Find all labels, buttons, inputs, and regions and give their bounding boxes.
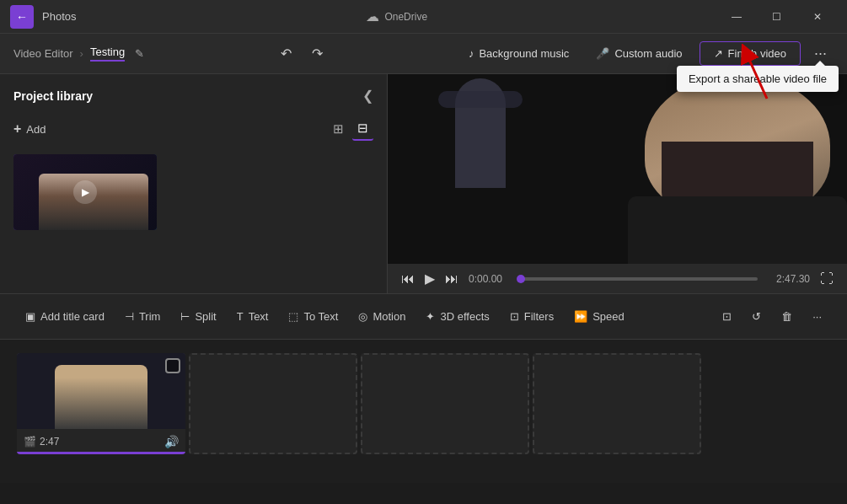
progress-handle[interactable]: [517, 275, 525, 283]
text-label: Text: [249, 310, 269, 323]
breadcrumb-parent[interactable]: Video Editor: [13, 47, 73, 60]
main-content: Project library ❮ + Add ⊞ ⊟ ▶: [0, 74, 847, 293]
trim-button[interactable]: ⊣ Trim: [116, 305, 169, 328]
skip-forward-button[interactable]: ⏭: [445, 271, 458, 287]
split-button[interactable]: ⊢ Split: [172, 305, 224, 328]
undo-redo-controls: ↶ ↷: [274, 42, 330, 65]
timeline-clip-empty-2[interactable]: [361, 353, 529, 454]
custom-audio-label: Custom audio: [614, 47, 682, 60]
speed-icon: ⏩: [574, 310, 587, 323]
split-label: Split: [195, 310, 216, 323]
speed-button[interactable]: ⏩ Speed: [566, 305, 633, 328]
to-text-label: To Text: [303, 310, 338, 323]
add-label: Add: [26, 123, 46, 136]
onedrive-label: OneDrive: [384, 11, 427, 23]
film-icon: 🎬: [24, 436, 36, 448]
media-thumbnail[interactable]: ▶: [13, 154, 157, 230]
trash-icon: 🗑: [781, 310, 792, 323]
preview-content: [388, 74, 847, 264]
filters-button[interactable]: ⊡ Filters: [501, 305, 562, 328]
audio-icon: 🎤: [596, 47, 609, 60]
title-bar: ← Photos ☁ OneDrive — ☐ ✕: [0, 0, 847, 34]
title-card-icon: ▣: [25, 310, 35, 323]
music-icon: ♪: [469, 47, 474, 60]
clip-duration: 2:47: [40, 436, 59, 448]
add-title-card-button[interactable]: ▣ Add title card: [17, 305, 113, 328]
media-grid: ▶: [13, 154, 373, 230]
project-library-panel: Project library ❮ + Add ⊞ ⊟ ▶: [0, 74, 388, 293]
motion-label: Motion: [373, 310, 405, 323]
crop-button[interactable]: ⊡: [714, 305, 740, 328]
undo-button[interactable]: ↶: [274, 42, 298, 65]
breadcrumb-current: Testing: [90, 46, 125, 62]
video-preview-panel: ⏮ ▶ ⏭ 0:00.00 2:47.30 ⛶: [388, 74, 847, 293]
export-icon: ↗: [714, 47, 723, 60]
title-bar-left: ← Photos: [10, 5, 76, 29]
view-toggle: ⊞ ⊟: [328, 117, 373, 141]
play-icon: ▶: [73, 180, 97, 204]
timeline-clip-main[interactable]: 🎬 2:47 🔊: [17, 353, 185, 454]
trim-icon: ⊣: [125, 310, 134, 323]
skip-back-button[interactable]: ⏮: [401, 271, 415, 287]
timeline: 🎬 2:47 🔊: [0, 340, 847, 483]
action-bar: ▣ Add title card ⊣ Trim ⊢ Split T Text ⬚…: [0, 293, 847, 340]
clip-bottom: 🎬 2:47 🔊: [17, 429, 185, 454]
toolbar-right: ♪ Background music 🎤 Custom audio ↗ Fini…: [458, 41, 834, 66]
close-button[interactable]: ✕: [798, 3, 837, 30]
motion-button[interactable]: ◎ Motion: [350, 305, 414, 328]
progress-bar[interactable]: [521, 277, 758, 281]
redo-button[interactable]: ↷: [305, 42, 330, 65]
library-toolbar: + Add ⊞ ⊟: [13, 117, 373, 141]
breadcrumb: Video Editor › Testing ✎: [13, 46, 144, 62]
delete-button[interactable]: 🗑: [773, 305, 801, 328]
maximize-button[interactable]: ☐: [758, 3, 796, 30]
minimize-button[interactable]: —: [717, 3, 756, 30]
to-text-button[interactable]: ⬚ To Text: [280, 305, 346, 328]
app-title: Photos: [42, 10, 76, 23]
window-controls: — ☐ ✕: [717, 3, 837, 30]
list-view-button[interactable]: ⊟: [352, 117, 373, 141]
svg-line-1: [746, 52, 767, 99]
clip-select-checkbox[interactable]: [165, 358, 180, 373]
add-media-button[interactable]: + Add: [13, 121, 46, 137]
back-button[interactable]: ←: [10, 5, 34, 29]
clip-purple-indicator: [17, 452, 185, 454]
loop-button[interactable]: ↺: [743, 305, 769, 328]
speed-label: Speed: [592, 310, 625, 323]
library-title: Project library: [13, 89, 93, 103]
grid-view-button[interactable]: ⊞: [328, 117, 349, 141]
add-icon: +: [13, 121, 21, 137]
background-music-label: Background music: [479, 47, 569, 60]
library-header: Project library ❮: [13, 88, 373, 104]
crop-icon: ⊡: [722, 310, 732, 323]
effects-icon: ✦: [426, 310, 435, 323]
clip-person: [55, 365, 147, 430]
filters-icon: ⊡: [510, 310, 519, 323]
time-current: 0:00.00: [469, 273, 511, 285]
custom-audio-button[interactable]: 🎤 Custom audio: [586, 42, 692, 65]
clip-preview: [17, 353, 185, 429]
background-music-button[interactable]: ♪ Background music: [458, 42, 579, 65]
collapse-panel-button[interactable]: ❮: [362, 88, 373, 104]
add-title-card-label: Add title card: [40, 310, 105, 323]
timeline-clip-empty-1[interactable]: [189, 353, 357, 454]
effects-label: 3D effects: [440, 310, 489, 323]
fullscreen-button[interactable]: ⛶: [820, 271, 834, 287]
action-more-button[interactable]: ···: [804, 305, 830, 328]
filters-label: Filters: [524, 310, 554, 323]
time-total: 2:47.30: [768, 273, 810, 285]
text-button[interactable]: T Text: [228, 305, 277, 328]
cloud-icon: ☁: [366, 8, 379, 24]
play-button[interactable]: ▶: [425, 271, 435, 287]
loop-icon: ↺: [752, 310, 761, 323]
motion-icon: ◎: [358, 310, 367, 323]
text-icon: T: [237, 310, 244, 323]
edit-title-icon[interactable]: ✎: [135, 47, 144, 60]
clip-icons: 🔊: [164, 435, 179, 448]
red-arrow: [725, 44, 775, 103]
timeline-clip-empty-3[interactable]: [533, 353, 701, 454]
effects-3d-button[interactable]: ✦ 3D effects: [417, 305, 497, 328]
split-icon: ⊢: [180, 310, 190, 323]
onedrive-section: ☁ OneDrive: [366, 8, 427, 24]
thumbnail-image: ▶: [13, 154, 157, 230]
